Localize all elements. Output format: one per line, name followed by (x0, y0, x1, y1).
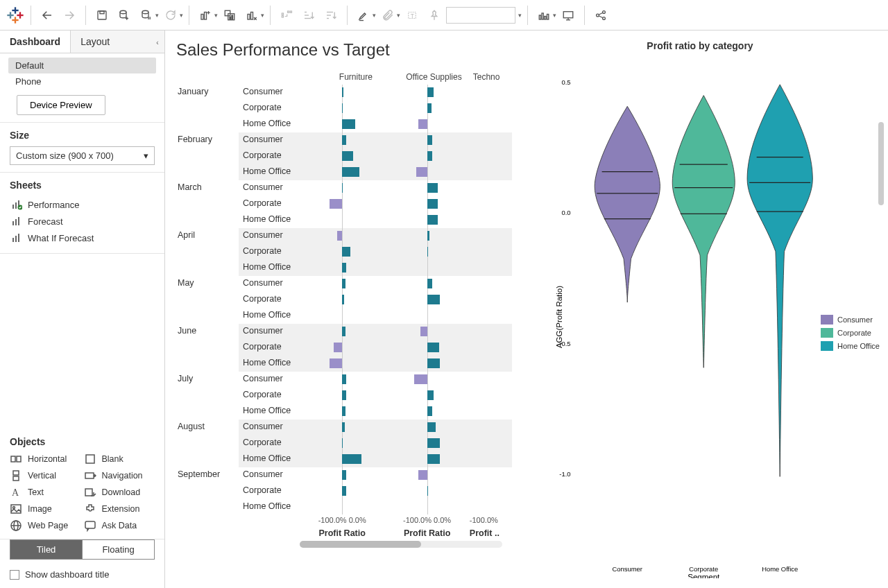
table-row[interactable]: Consumer (239, 228, 512, 244)
size-dropdown[interactable]: Custom size (900 x 700)▾ (10, 146, 155, 165)
table-row[interactable]: Corporate (239, 340, 512, 356)
show-me-button[interactable] (533, 5, 554, 26)
table-row[interactable]: Corporate (239, 196, 512, 212)
table-row[interactable]: Home Office (239, 116, 512, 132)
horizontal-icon (10, 453, 22, 465)
table-row[interactable]: Home Office (239, 451, 512, 467)
new-worksheet-button[interactable] (195, 5, 216, 26)
sort-desc-button[interactable] (321, 5, 341, 26)
attachment-button[interactable] (377, 5, 398, 26)
object-text[interactable]: AText (10, 486, 81, 499)
device-phone[interactable]: Phone (8, 74, 156, 89)
dropdown-caret-icon[interactable]: ▾ (553, 12, 556, 19)
svg-text:A: A (12, 487, 19, 498)
table-row[interactable]: Consumer (239, 420, 512, 435)
sort-asc-button[interactable] (298, 5, 319, 26)
tab-layout[interactable]: Layout› (70, 31, 164, 53)
table-row[interactable]: Consumer (239, 276, 512, 292)
svg-rect-69 (11, 505, 21, 513)
toolbar: ▾ ▾ ▾ ▾ ▾ ▾ T ▾ ▾ (0, 0, 888, 31)
table-row[interactable]: Home Office (239, 356, 512, 372)
object-askdata[interactable]: Ask Data (84, 519, 155, 532)
table-row[interactable]: Consumer (239, 85, 512, 101)
svg-rect-9 (100, 11, 104, 14)
save-button[interactable] (92, 5, 112, 26)
svg-point-10 (120, 10, 126, 14)
svg-text:-1.0: -1.0 (559, 470, 570, 478)
dropdown-caret-icon[interactable]: ▾ (373, 12, 376, 19)
device-preview-button[interactable]: Device Preview (17, 95, 105, 115)
pause-data-button[interactable] (136, 5, 157, 26)
sheet-forecast[interactable]: Forecast (10, 213, 155, 230)
table-row[interactable]: Consumer (239, 467, 512, 483)
table-row[interactable]: Home Office (239, 164, 512, 180)
vertical-scrollbar[interactable] (878, 122, 884, 205)
show-labels-button[interactable]: T (402, 5, 422, 26)
refresh-button[interactable] (160, 5, 181, 26)
sheet-whatif[interactable]: What If Forecast (10, 230, 155, 246)
dropdown-caret-icon[interactable]: ▾ (261, 12, 264, 19)
object-image[interactable]: Image (10, 503, 81, 515)
svg-line-49 (599, 12, 603, 15)
object-blank[interactable]: Blank (84, 453, 155, 465)
sheet-performance[interactable]: Performance (10, 196, 155, 213)
object-download[interactable]: Download (84, 486, 155, 499)
highlight-button[interactable] (353, 5, 374, 26)
dropdown-caret-icon[interactable]: ▾ (397, 12, 400, 19)
svg-text:AGG(Profit Ratio): AGG(Profit Ratio) (555, 286, 563, 348)
tiled-button[interactable]: Tiled (10, 539, 83, 560)
table-row[interactable]: Corporate (239, 148, 512, 164)
table-row[interactable]: Consumer (239, 132, 512, 148)
svg-rect-24 (248, 14, 250, 19)
show-title-checkbox[interactable] (10, 570, 19, 580)
table-row[interactable]: Home Office (239, 404, 512, 420)
dropdown-caret-icon[interactable]: ▾ (155, 12, 159, 19)
search-input[interactable] (446, 7, 515, 24)
object-navigation[interactable]: Navigation (84, 469, 155, 482)
undo-button[interactable] (37, 5, 58, 26)
presentation-button[interactable] (558, 5, 579, 26)
dropdown-caret-icon[interactable]: ▾ (214, 12, 218, 19)
table-row[interactable]: Corporate (239, 483, 512, 499)
column-headers: Furniture Office Supplies Techno (239, 72, 512, 82)
object-webpage[interactable]: Web Page (10, 519, 81, 532)
dropdown-caret-icon[interactable]: ▾ (180, 12, 183, 19)
table-row[interactable]: Corporate (239, 244, 512, 260)
table-row[interactable]: Corporate (239, 388, 512, 404)
svg-rect-29 (290, 11, 291, 12)
table-row[interactable]: Consumer (239, 372, 512, 388)
table-row[interactable]: Home Office (239, 499, 512, 514)
svg-rect-56 (15, 219, 17, 225)
redo-button[interactable] (59, 5, 80, 26)
table-row[interactable]: Corporate (239, 101, 512, 116)
table-row[interactable]: Corporate (239, 292, 512, 308)
svg-rect-26 (282, 13, 283, 15)
webpage-icon (10, 519, 22, 532)
pin-button[interactable] (424, 5, 445, 26)
clear-sheet-button[interactable] (241, 5, 262, 26)
duplicate-sheet-button[interactable] (219, 5, 240, 26)
table-row[interactable]: Home Office (239, 260, 512, 276)
share-button[interactable] (590, 5, 611, 26)
performance-table[interactable]: JanuaryConsumerCorporateHome OfficeFebru… (175, 85, 512, 514)
object-vertical[interactable]: Vertical (10, 469, 81, 482)
swap-button[interactable] (276, 5, 297, 26)
horizontal-scrollbar[interactable] (300, 541, 502, 548)
legend: Consumer Corporate Home Office (821, 315, 880, 354)
svg-rect-17 (205, 12, 207, 19)
dropdown-caret-icon[interactable]: ▾ (518, 12, 522, 19)
table-row[interactable]: Home Office (239, 308, 512, 324)
object-horizontal[interactable]: Horizontal (10, 453, 81, 465)
table-row[interactable]: Consumer (239, 180, 512, 196)
table-row[interactable]: Consumer (239, 324, 512, 340)
chevron-left-icon[interactable]: › (156, 38, 159, 46)
new-data-button[interactable] (114, 5, 135, 26)
object-extension[interactable]: Extension (84, 503, 155, 515)
floating-button[interactable]: Floating (83, 539, 155, 560)
table-row[interactable]: Home Office (239, 212, 512, 228)
device-default[interactable]: Default (8, 58, 156, 74)
svg-rect-41 (545, 16, 546, 19)
tab-dashboard[interactable]: Dashboard (0, 31, 70, 53)
table-row[interactable]: Corporate (239, 435, 512, 451)
svg-rect-21 (228, 13, 234, 19)
